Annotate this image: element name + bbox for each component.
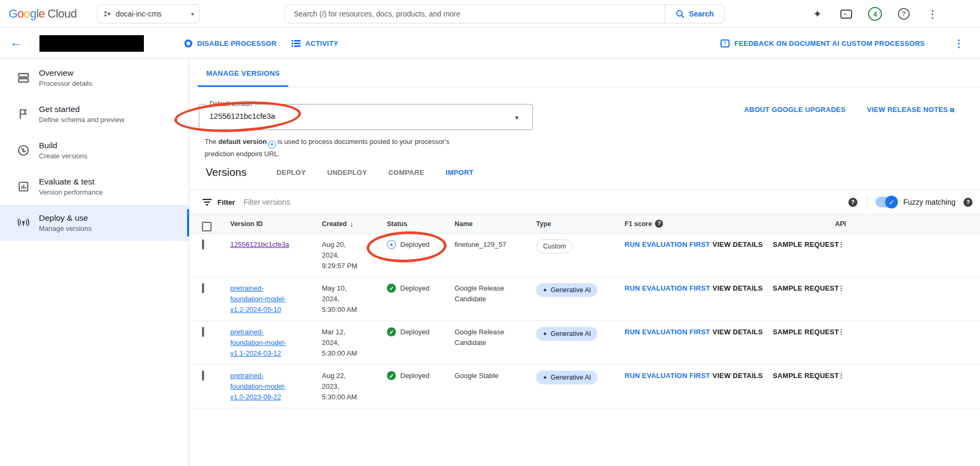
notification-badge[interactable]: 4 [865, 4, 885, 23]
external-link-icon: ⧉ [950, 107, 954, 113]
version-link[interactable]: 12556121bc1cfe3a [230, 239, 312, 250]
view-details-button[interactable]: VIEW DETAILS [712, 240, 763, 248]
sidebar-item-overview[interactable]: Overview Processor details [0, 60, 189, 96]
top-icon-group: ✦ >_ 4 ? ⋮ [808, 0, 942, 28]
logo-letter: e [38, 7, 45, 21]
name-cell: Google Release Candidate [448, 277, 523, 320]
created-cell: Aug 20, 2024, 9:29:57 PM [315, 234, 380, 277]
filter-help-icon[interactable]: ? [848, 198, 857, 207]
sort-desc-icon: ↓ [350, 220, 354, 228]
divider [867, 195, 868, 209]
deploy-button[interactable]: DEPLOY [277, 168, 306, 176]
row-kebab-icon[interactable]: ⋮ [831, 365, 980, 408]
status-cell: ✓ Deployed [380, 321, 448, 364]
sample-request-button[interactable]: SAMPLE REQUEST [773, 284, 839, 292]
bar-chart-icon [17, 180, 30, 193]
row-checkbox[interactable] [202, 371, 204, 381]
top-navigation-bar: Google Cloud docai-inc-cms ▾ Search ✦ >_… [0, 0, 980, 28]
select-all-checkbox[interactable] [202, 222, 212, 231]
fuzzy-matching-toggle[interactable]: ✓ [876, 197, 897, 207]
sample-request-button[interactable]: SAMPLE REQUEST [773, 328, 839, 336]
status-label: Deployed [400, 283, 430, 294]
f1-help-icon[interactable]: ? [655, 220, 663, 228]
default-version-select[interactable]: Default version 12556121bc1cfe3a ▾ [199, 104, 533, 130]
default-star-icon: ★ [268, 141, 276, 149]
back-button[interactable]: ← [10, 35, 22, 50]
sidebar-item-subtitle: Manage versions [39, 224, 92, 232]
feedback-link[interactable]: ! FEEDBACK ON DOCUMENT AI CUSTOM PROCESS… [720, 28, 925, 59]
help-icon[interactable]: ? [894, 4, 913, 23]
view-details-button[interactable]: VIEW DETAILS [712, 372, 763, 380]
run-evaluation-link[interactable]: RUN EVALUATION FIRST [625, 240, 710, 248]
project-selector[interactable]: docai-inc-cms ▾ [97, 4, 200, 23]
version-link[interactable]: pretrained- foundation-model- v1.2-2024-… [230, 283, 312, 315]
more-options-icon[interactable]: ⋮ [923, 4, 942, 23]
view-release-notes-link[interactable]: VIEW RELEASE NOTES⧉ [867, 106, 954, 114]
project-icon [103, 10, 111, 18]
run-evaluation-link[interactable]: RUN EVALUATION FIRST [625, 328, 710, 336]
tab-manage-versions[interactable]: MANAGE VERSIONS [198, 59, 288, 87]
column-header-f1-score: F1 score? [618, 214, 706, 233]
compare-button[interactable]: COMPARE [388, 168, 425, 176]
sidebar-item-get-started[interactable]: Get started Define schema and preview [0, 96, 189, 132]
sidebar-item-build[interactable]: Build Create versions [0, 132, 189, 168]
column-header-name: Name [448, 214, 530, 233]
status-label: Deployed [400, 327, 430, 338]
sidebar-item-title: Get started [39, 105, 124, 114]
disable-processor-button[interactable]: DISABLE PROCESSOR [184, 28, 277, 59]
version-link[interactable]: pretrained- foundation-model- v1.0-2023-… [230, 371, 312, 403]
sidebar-item-evaluate-test[interactable]: Evaluate & test Version performance [0, 168, 189, 205]
search-button[interactable]: Search [665, 5, 724, 23]
sidebar-item-title: Build [39, 141, 87, 150]
cloud-shell-icon[interactable]: >_ [837, 4, 856, 23]
activity-button[interactable]: ACTIVITY [291, 28, 338, 59]
type-chip-generative-ai: ✦Generative AI [536, 283, 597, 297]
name-cell: Google Stable [448, 365, 530, 408]
column-header-version-id: Version ID [224, 214, 315, 233]
row-checkbox[interactable] [202, 283, 204, 293]
logo-letter: g [30, 7, 36, 21]
row-kebab-icon[interactable]: ⋮ [831, 234, 980, 277]
filter-icon [203, 199, 212, 206]
disable-icon [184, 39, 192, 47]
search-input[interactable] [285, 5, 665, 23]
run-evaluation-link[interactable]: RUN EVALUATION FIRST [625, 372, 710, 380]
table-row-version-v1.1-2024-03-12: pretrained- foundation-model- v1.1-2024-… [189, 321, 980, 365]
overview-icon [17, 71, 30, 84]
about-google-upgrades-link[interactable]: ABOUT GOOGLE UPGRADES [744, 106, 845, 114]
sidebar-item-deploy-use[interactable]: Deploy & use Manage versions [0, 205, 189, 241]
row-checkbox[interactable] [202, 239, 204, 250]
status-cell: ✓ Deployed [380, 277, 448, 320]
fuzzy-matching-label: Fuzzy matching [903, 198, 955, 206]
logo-letter: o [23, 7, 30, 21]
run-evaluation-link[interactable]: RUN EVALUATION FIRST [625, 284, 710, 292]
table-row-version-v1.2-2024-05-10: pretrained- foundation-model- v1.2-2024-… [189, 277, 980, 321]
project-name: docai-inc-cms [116, 10, 187, 18]
deployed-check-icon: ✓ [387, 284, 396, 293]
view-details-button[interactable]: VIEW DETAILS [712, 284, 763, 292]
search-button-label: Search [689, 10, 714, 18]
sparkle-icon: ✦ [542, 285, 547, 295]
sidebar-item-title: Overview [39, 68, 92, 78]
view-details-button[interactable]: VIEW DETAILS [712, 328, 763, 336]
tab-bar: MANAGE VERSIONS [189, 59, 980, 87]
type-chip-generative-ai: ✦Generative AI [536, 371, 597, 384]
row-kebab-icon[interactable]: ⋮ [831, 277, 980, 320]
header-kebab-icon[interactable]: ⋮ [954, 28, 964, 59]
sidebar-item-subtitle: Create versions [39, 152, 87, 160]
filter-input[interactable] [244, 198, 848, 206]
undeploy-button[interactable]: UNDEPLOY [327, 168, 367, 176]
row-checkbox[interactable] [202, 327, 204, 337]
tab-active-indicator [198, 85, 288, 87]
row-kebab-icon[interactable]: ⋮ [831, 321, 980, 364]
name-cell: Google Release Candidate [448, 321, 523, 364]
column-header-created[interactable]: Created↓ [315, 214, 380, 233]
version-link[interactable]: pretrained- foundation-model- v1.1-2024-… [230, 327, 312, 359]
sample-request-button[interactable]: SAMPLE REQUEST [773, 240, 839, 248]
sparkle-icon: ✦ [542, 328, 547, 339]
logo-letter: G [9, 7, 18, 21]
import-button[interactable]: IMPORT [446, 168, 473, 176]
fuzzy-help-icon[interactable]: ? [963, 198, 973, 207]
sample-request-button[interactable]: SAMPLE REQUEST [773, 372, 839, 380]
gemini-sparkle-icon[interactable]: ✦ [808, 4, 827, 23]
